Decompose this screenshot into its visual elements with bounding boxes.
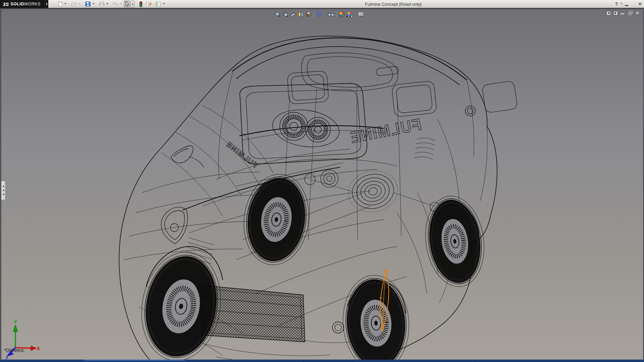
options-button[interactable] — [155, 1, 161, 7]
open-document-button[interactable] — [70, 1, 77, 7]
open-dropdown-caret[interactable] — [78, 3, 81, 6]
help-button[interactable]: ? — [614, 1, 619, 7]
edit-appearance-icon[interactable] — [338, 11, 345, 18]
taskbar-edge-strip — [0, 360, 644, 362]
menu-flyout-arrow[interactable] — [45, 0, 48, 8]
rebuild-traffic-light-button[interactable] — [138, 1, 144, 7]
svg-text:FULMINE: FULMINE — [224, 140, 259, 170]
select-tool-button[interactable] — [124, 1, 130, 7]
new-dropdown-caret[interactable] — [64, 3, 67, 6]
view-settings-icon[interactable] — [357, 11, 365, 18]
drivetrain-detail — [305, 166, 439, 217]
view-orientation-label: *Dimetric — [4, 347, 24, 353]
svg-text:X: X — [37, 346, 40, 351]
reference-triad: Y X Z — [5, 319, 40, 361]
collapse-arrow-icon — [3, 193, 4, 195]
options-dropdown-caret[interactable] — [163, 3, 166, 6]
solidworks-logo: 3S SOLID WORKS — [0, 0, 45, 8]
wheel-front-left — [133, 246, 229, 362]
print-dropdown-caret[interactable] — [106, 3, 109, 6]
collapse-pane-left-button[interactable] — [606, 11, 611, 15]
taskbar-highlight-segment — [84, 360, 185, 361]
title-bar: 3S SOLID WORKS Fulmine Concept [Read-onl… — [0, 0, 644, 8]
zoom-to-area-icon[interactable] — [281, 11, 289, 18]
collapse-pane-right-button[interactable] — [613, 11, 618, 15]
dassault-3s-mark: 3S — [3, 1, 9, 7]
help-dropdown-caret[interactable] — [621, 3, 623, 6]
save-button[interactable] — [85, 1, 91, 7]
window-close-button[interactable]: × — [637, 1, 643, 7]
file-properties-button[interactable] — [146, 1, 152, 7]
feature-pane-flyout-tab[interactable] — [1, 181, 6, 200]
document-restore-button[interactable] — [628, 11, 633, 15]
window-title: Fulmine Concept [Read-only] — [365, 2, 421, 7]
wheel-rear-left — [238, 170, 315, 269]
document-minimize-button[interactable] — [621, 11, 625, 15]
mirror-and-lamp — [161, 146, 204, 244]
select-dropdown-caret[interactable] — [131, 1, 135, 7]
hide-show-items-icon[interactable] — [327, 11, 335, 18]
toolbar-separator — [336, 12, 336, 17]
view-orientation-icon[interactable] — [305, 11, 312, 18]
save-dropdown-caret[interactable] — [93, 3, 95, 6]
document-window-controls: × — [606, 11, 639, 15]
undo-button[interactable] — [112, 1, 118, 7]
document-close-button[interactable]: × — [636, 11, 639, 15]
graphics-viewport[interactable]: FULMINE FULMINE Y X Z — [0, 8, 644, 359]
print-button[interactable] — [98, 1, 105, 7]
svg-text:Y: Y — [14, 319, 17, 324]
window-minimize-button[interactable] — [624, 1, 629, 7]
roof-and-rear-window — [240, 53, 518, 164]
toolbar-separator — [314, 12, 314, 17]
model-name-text-side: FULMINE — [224, 140, 259, 170]
wireframe-car-model[interactable]: FULMINE FULMINE Y X Z — [1, 9, 644, 362]
collapse-arrow-icon — [3, 189, 4, 191]
section-view-icon[interactable] — [297, 11, 305, 18]
apply-scene-icon[interactable] — [345, 11, 353, 18]
headsup-view-toolbar — [274, 10, 365, 19]
undo-dropdown-caret[interactable] — [120, 3, 122, 6]
collapse-arrow-icon — [3, 185, 4, 187]
display-style-icon[interactable] — [315, 11, 323, 18]
new-document-button[interactable] — [57, 1, 64, 7]
zoom-to-fit-icon[interactable] — [274, 11, 281, 18]
wheel-rear-right — [420, 192, 490, 290]
previous-view-icon[interactable] — [289, 11, 297, 18]
